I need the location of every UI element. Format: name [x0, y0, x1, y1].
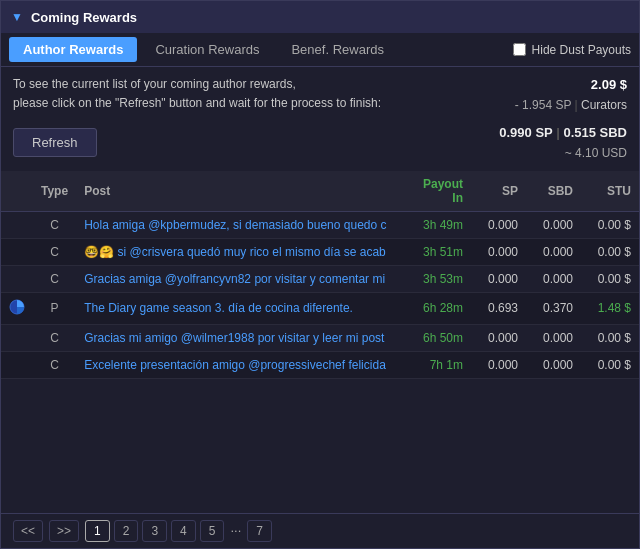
row-stu: 0.00 $	[581, 265, 639, 292]
row-sbd: 0.000	[526, 265, 581, 292]
info-line1: To see the current list of your coming a…	[13, 75, 381, 94]
tab-curation-rewards[interactable]: Curation Rewards	[141, 37, 273, 62]
sp-curators-line: - 1.954 SP | Curators	[515, 96, 627, 115]
row-sp: 0.000	[471, 265, 526, 292]
table-body: CHola amiga @kpbermudez, si demasiado bu…	[1, 211, 639, 378]
row-icon	[1, 351, 33, 378]
table-row: PThe Diary game season 3. día de cocina …	[1, 292, 639, 324]
row-sbd: 0.000	[526, 211, 581, 238]
row-payout-in: 7h 1m	[406, 351, 471, 378]
row-sbd: 0.370	[526, 292, 581, 324]
row-icon	[1, 211, 33, 238]
row-post[interactable]: Hola amiga @kpbermudez, si demasiado bue…	[76, 211, 406, 238]
sp-sbd-line: 0.990 SP | 0.515 SBD	[499, 123, 627, 144]
row-sbd: 0.000	[526, 324, 581, 351]
row-type: C	[33, 211, 76, 238]
col-sp-header: SP	[471, 171, 526, 212]
page-ellipsis: ...	[228, 520, 243, 542]
page-buttons: 12345...7	[85, 520, 272, 542]
row-post[interactable]: Excelente presentación amigo @progressiv…	[76, 351, 406, 378]
row-post[interactable]: Gracias mi amigo @wilmer1988 por visitar…	[76, 324, 406, 351]
row-icon	[1, 265, 33, 292]
row-icon	[1, 324, 33, 351]
row-post[interactable]: Gracias amiga @yolfrancyvn82 por visitar…	[76, 265, 406, 292]
row-stu: 0.00 $	[581, 324, 639, 351]
collapse-icon[interactable]: ▼	[11, 10, 23, 24]
total-sbd: 0.515 SBD	[563, 125, 627, 140]
col-stu-header: STU	[581, 171, 639, 212]
info-description: To see the current list of your coming a…	[13, 75, 381, 113]
next-page-button[interactable]: >>	[49, 520, 79, 542]
table-row: CGracias amiga @yolfrancyvn82 por visita…	[1, 265, 639, 292]
table-row: CExcelente presentación amigo @progressi…	[1, 351, 639, 378]
info-right: 2.09 $ - 1.954 SP | Curators	[515, 75, 627, 115]
col-post-header: Post	[76, 171, 406, 212]
title-bar: ▼ Coming Rewards	[1, 1, 639, 33]
row-type: C	[33, 265, 76, 292]
page-button-5[interactable]: 5	[200, 520, 225, 542]
rewards-table-container: Type Post Payout In SP SBD STU CHola ami…	[1, 171, 639, 513]
table-row: CHola amiga @kpbermudez, si demasiado bu…	[1, 211, 639, 238]
row-payout-in: 3h 51m	[406, 238, 471, 265]
rewards-table: Type Post Payout In SP SBD STU CHola ami…	[1, 171, 639, 379]
hide-dust-container: Hide Dust Payouts	[513, 43, 631, 57]
col-payoutin-header: Payout In	[406, 171, 471, 212]
col-icon-header	[1, 171, 33, 212]
row-stu: 1.48 $	[581, 292, 639, 324]
page-button-1[interactable]: 1	[85, 520, 110, 542]
approx-usd: ~ 4.10 USD	[499, 144, 627, 163]
col-type-header: Type	[33, 171, 76, 212]
row-type: C	[33, 351, 76, 378]
row-type: C	[33, 324, 76, 351]
row-sbd: 0.000	[526, 238, 581, 265]
tab-author-rewards[interactable]: Author Rewards	[9, 37, 137, 62]
sp-value: - 1.954 SP	[515, 98, 571, 112]
page-button-7[interactable]: 7	[247, 520, 272, 542]
info-line2: please click on the "Refresh" button and…	[13, 94, 381, 113]
main-window: ▼ Coming Rewards Author Rewards Curation…	[0, 0, 640, 549]
tab-benef-rewards[interactable]: Benef. Rewards	[277, 37, 398, 62]
page-button-2[interactable]: 2	[114, 520, 139, 542]
row-post[interactable]: The Diary game season 3. día de cocina d…	[76, 292, 406, 324]
window-title: Coming Rewards	[31, 10, 137, 25]
row-stu: 0.00 $	[581, 211, 639, 238]
page-button-3[interactable]: 3	[142, 520, 167, 542]
table-row: CGracias mi amigo @wilmer1988 por visita…	[1, 324, 639, 351]
total-usd-amount: 2.09 $	[515, 75, 627, 96]
row-payout-in: 3h 49m	[406, 211, 471, 238]
total-sp: 0.990 SP	[499, 125, 552, 140]
prev-page-button[interactable]: <<	[13, 520, 43, 542]
info-bar: To see the current list of your coming a…	[1, 67, 639, 119]
row-post[interactable]: 🤓🤗 si @crisvera quedó muy rico el mismo …	[76, 238, 406, 265]
row-sp: 0.000	[471, 238, 526, 265]
totals-right: 0.990 SP | 0.515 SBD ~ 4.10 USD	[499, 123, 627, 163]
action-bar: Refresh 0.990 SP | 0.515 SBD ~ 4.10 USD	[1, 119, 639, 171]
tabs-bar: Author Rewards Curation Rewards Benef. R…	[1, 33, 639, 67]
row-stu: 0.00 $	[581, 351, 639, 378]
row-type: P	[33, 292, 76, 324]
row-payout-in: 3h 53m	[406, 265, 471, 292]
hide-dust-label: Hide Dust Payouts	[532, 43, 631, 57]
table-header: Type Post Payout In SP SBD STU	[1, 171, 639, 212]
row-stu: 0.00 $	[581, 238, 639, 265]
row-type: C	[33, 238, 76, 265]
row-payout-in: 6h 50m	[406, 324, 471, 351]
row-icon	[1, 292, 33, 324]
pie-chart-icon	[9, 299, 25, 315]
row-sp: 0.693	[471, 292, 526, 324]
page-button-4[interactable]: 4	[171, 520, 196, 542]
col-sbd-header: SBD	[526, 171, 581, 212]
row-sp: 0.000	[471, 324, 526, 351]
row-payout-in: 6h 28m	[406, 292, 471, 324]
pagination: << >> 12345...7	[1, 513, 639, 548]
row-sp: 0.000	[471, 211, 526, 238]
row-sbd: 0.000	[526, 351, 581, 378]
refresh-button[interactable]: Refresh	[13, 128, 97, 157]
row-sp: 0.000	[471, 351, 526, 378]
curators-label: Curators	[581, 98, 627, 112]
row-icon	[1, 238, 33, 265]
hide-dust-checkbox[interactable]	[513, 43, 526, 56]
table-row: C🤓🤗 si @crisvera quedó muy rico el mismo…	[1, 238, 639, 265]
